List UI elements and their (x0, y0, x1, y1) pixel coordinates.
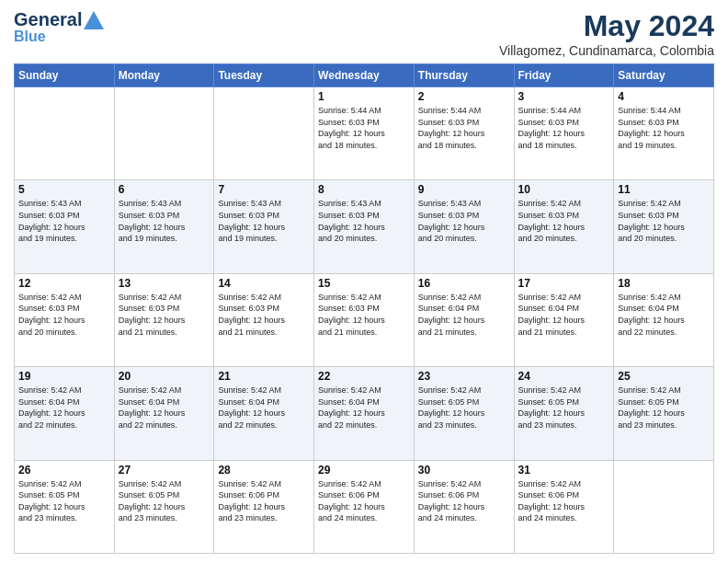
day-number: 27 (119, 464, 210, 477)
calendar-cell: 22Sunrise: 5:42 AM Sunset: 6:04 PM Dayli… (314, 367, 415, 460)
day-info: Sunrise: 5:43 AM Sunset: 6:03 PM Dayligh… (418, 198, 510, 244)
day-number: 24 (518, 370, 610, 383)
day-number: 29 (318, 464, 410, 477)
day-number: 4 (618, 90, 710, 103)
svg-marker-0 (84, 11, 104, 29)
calendar-cell (114, 87, 214, 180)
calendar-week-5: 26Sunrise: 5:42 AM Sunset: 6:05 PM Dayli… (15, 460, 714, 553)
day-header-tuesday: Tuesday (214, 64, 314, 87)
calendar-cell: 17Sunrise: 5:42 AM Sunset: 6:04 PM Dayli… (514, 273, 614, 366)
day-number: 23 (418, 370, 510, 383)
day-info: Sunrise: 5:42 AM Sunset: 6:06 PM Dayligh… (418, 478, 510, 524)
day-info: Sunrise: 5:42 AM Sunset: 6:06 PM Dayligh… (518, 478, 610, 524)
logo-name: General (14, 9, 82, 30)
calendar-cell (15, 87, 115, 180)
calendar-cell: 9Sunrise: 5:43 AM Sunset: 6:03 PM Daylig… (414, 180, 514, 273)
calendar-cell: 31Sunrise: 5:42 AM Sunset: 6:06 PM Dayli… (514, 460, 614, 553)
calendar-week-3: 12Sunrise: 5:42 AM Sunset: 6:03 PM Dayli… (15, 273, 714, 366)
calendar-cell: 7Sunrise: 5:43 AM Sunset: 6:03 PM Daylig… (214, 180, 314, 273)
day-info: Sunrise: 5:42 AM Sunset: 6:05 PM Dayligh… (418, 385, 510, 431)
calendar-cell: 20Sunrise: 5:42 AM Sunset: 6:04 PM Dayli… (114, 367, 214, 460)
day-number: 8 (318, 183, 410, 196)
day-info: Sunrise: 5:42 AM Sunset: 6:06 PM Dayligh… (218, 478, 310, 524)
day-number: 13 (119, 277, 210, 290)
day-number: 12 (18, 277, 110, 290)
day-info: Sunrise: 5:42 AM Sunset: 6:04 PM Dayligh… (618, 292, 710, 338)
day-info: Sunrise: 5:42 AM Sunset: 6:03 PM Dayligh… (318, 292, 410, 338)
calendar-cell: 4Sunrise: 5:44 AM Sunset: 6:03 PM Daylig… (614, 87, 714, 180)
calendar-cell: 2Sunrise: 5:44 AM Sunset: 6:03 PM Daylig… (414, 87, 514, 180)
logo: General Blue (14, 9, 104, 45)
day-info: Sunrise: 5:42 AM Sunset: 6:03 PM Dayligh… (518, 198, 610, 244)
day-number: 26 (18, 464, 110, 477)
calendar-cell: 5Sunrise: 5:43 AM Sunset: 6:03 PM Daylig… (15, 180, 115, 273)
month-title: May 2024 (499, 9, 714, 43)
calendar-cell: 21Sunrise: 5:42 AM Sunset: 6:04 PM Dayli… (214, 367, 314, 460)
day-info: Sunrise: 5:42 AM Sunset: 6:04 PM Dayligh… (318, 385, 410, 431)
calendar-cell: 16Sunrise: 5:42 AM Sunset: 6:04 PM Dayli… (414, 273, 514, 366)
day-info: Sunrise: 5:44 AM Sunset: 6:03 PM Dayligh… (418, 105, 510, 151)
day-info: Sunrise: 5:44 AM Sunset: 6:03 PM Dayligh… (518, 105, 610, 151)
day-info: Sunrise: 5:42 AM Sunset: 6:03 PM Dayligh… (119, 292, 210, 338)
day-number: 18 (618, 277, 710, 290)
day-info: Sunrise: 5:43 AM Sunset: 6:03 PM Dayligh… (18, 198, 110, 244)
calendar-cell: 23Sunrise: 5:42 AM Sunset: 6:05 PM Dayli… (414, 367, 514, 460)
day-info: Sunrise: 5:42 AM Sunset: 6:04 PM Dayligh… (18, 385, 110, 431)
calendar-cell: 10Sunrise: 5:42 AM Sunset: 6:03 PM Dayli… (514, 180, 614, 273)
day-info: Sunrise: 5:42 AM Sunset: 6:04 PM Dayligh… (218, 385, 310, 431)
day-info: Sunrise: 5:44 AM Sunset: 6:03 PM Dayligh… (618, 105, 710, 151)
day-number: 11 (618, 183, 710, 196)
day-info: Sunrise: 5:42 AM Sunset: 6:05 PM Dayligh… (18, 478, 110, 524)
day-number: 5 (18, 183, 110, 196)
calendar-cell: 12Sunrise: 5:42 AM Sunset: 6:03 PM Dayli… (15, 273, 115, 366)
day-number: 20 (119, 370, 210, 383)
day-info: Sunrise: 5:42 AM Sunset: 6:05 PM Dayligh… (518, 385, 610, 431)
calendar-cell: 30Sunrise: 5:42 AM Sunset: 6:06 PM Dayli… (414, 460, 514, 553)
day-number: 15 (318, 277, 410, 290)
header: General Blue May 2024 Villagomez, Cundin… (14, 9, 714, 58)
calendar-cell: 13Sunrise: 5:42 AM Sunset: 6:03 PM Dayli… (114, 273, 214, 366)
day-number: 30 (418, 464, 510, 477)
day-number: 16 (418, 277, 510, 290)
logo-blue: Blue (14, 29, 46, 45)
calendar-cell (214, 87, 314, 180)
day-number: 28 (218, 464, 310, 477)
day-number: 2 (418, 90, 510, 103)
day-number: 9 (418, 183, 510, 196)
calendar-cell: 8Sunrise: 5:43 AM Sunset: 6:03 PM Daylig… (314, 180, 415, 273)
day-number: 19 (18, 370, 110, 383)
day-info: Sunrise: 5:43 AM Sunset: 6:03 PM Dayligh… (218, 198, 310, 244)
day-number: 6 (119, 183, 210, 196)
calendar-cell: 19Sunrise: 5:42 AM Sunset: 6:04 PM Dayli… (15, 367, 115, 460)
day-number: 1 (318, 90, 410, 103)
day-number: 14 (218, 277, 310, 290)
day-header-thursday: Thursday (414, 64, 514, 87)
calendar-week-1: 1Sunrise: 5:44 AM Sunset: 6:03 PM Daylig… (15, 87, 714, 180)
calendar-week-2: 5Sunrise: 5:43 AM Sunset: 6:03 PM Daylig… (15, 180, 714, 273)
day-info: Sunrise: 5:42 AM Sunset: 6:04 PM Dayligh… (518, 292, 610, 338)
day-number: 31 (518, 464, 610, 477)
title-section: May 2024 Villagomez, Cundinamarca, Colom… (499, 9, 714, 58)
day-number: 21 (218, 370, 310, 383)
day-info: Sunrise: 5:43 AM Sunset: 6:03 PM Dayligh… (119, 198, 210, 244)
day-info: Sunrise: 5:42 AM Sunset: 6:03 PM Dayligh… (618, 198, 710, 244)
day-number: 22 (318, 370, 410, 383)
calendar-cell (614, 460, 714, 553)
day-number: 17 (518, 277, 610, 290)
logo-icon (84, 11, 104, 29)
calendar-cell: 27Sunrise: 5:42 AM Sunset: 6:05 PM Dayli… (114, 460, 214, 553)
day-number: 10 (518, 183, 610, 196)
calendar-cell: 6Sunrise: 5:43 AM Sunset: 6:03 PM Daylig… (114, 180, 214, 273)
calendar-cell: 26Sunrise: 5:42 AM Sunset: 6:05 PM Dayli… (15, 460, 115, 553)
calendar-cell: 25Sunrise: 5:42 AM Sunset: 6:05 PM Dayli… (614, 367, 714, 460)
day-info: Sunrise: 5:44 AM Sunset: 6:03 PM Dayligh… (318, 105, 410, 151)
day-info: Sunrise: 5:42 AM Sunset: 6:03 PM Dayligh… (18, 292, 110, 338)
day-header-wednesday: Wednesday (314, 64, 415, 87)
day-info: Sunrise: 5:42 AM Sunset: 6:04 PM Dayligh… (119, 385, 210, 431)
calendar-cell: 15Sunrise: 5:42 AM Sunset: 6:03 PM Dayli… (314, 273, 415, 366)
calendar-cell: 11Sunrise: 5:42 AM Sunset: 6:03 PM Dayli… (614, 180, 714, 273)
calendar-week-4: 19Sunrise: 5:42 AM Sunset: 6:04 PM Dayli… (15, 367, 714, 460)
day-info: Sunrise: 5:42 AM Sunset: 6:05 PM Dayligh… (618, 385, 710, 431)
calendar-cell: 29Sunrise: 5:42 AM Sunset: 6:06 PM Dayli… (314, 460, 415, 553)
day-header-friday: Friday (514, 64, 614, 87)
